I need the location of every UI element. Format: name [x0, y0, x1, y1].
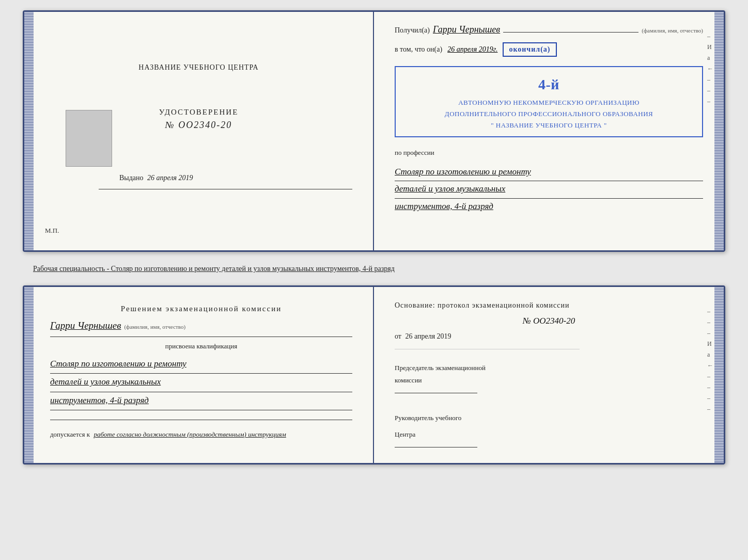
ot-label: от — [395, 332, 401, 340]
top-document: НАЗВАНИЕ УЧЕБНОГО ЦЕНТРА УДОСТОВЕРЕНИЕ №… — [23, 10, 725, 252]
predsedatel-signature — [395, 393, 477, 393]
udostoverenie-block: УДОСТОВЕРЕНИЕ № OO2340-20 — [159, 108, 239, 131]
poluchil-label: Получил(а) — [395, 26, 430, 35]
qual-line3: инструментов, 4-й разряд — [50, 392, 352, 410]
recipient-block: Получил(а) Гарри Чернышев (фамилия, имя,… — [395, 24, 703, 35]
recipient-name: Гарри Чернышев — [433, 24, 500, 35]
bottom-doc-left: Решением экзаменационной комиссии Гарри … — [24, 287, 374, 463]
po-professii: по профессии — [395, 149, 703, 157]
protocol-number: № OO2340-20 — [395, 316, 703, 326]
rukovoditel-line2: Центра — [395, 430, 703, 439]
rukovoditel-signature — [395, 447, 477, 447]
qualification-block: Столяр по изготовлению и ремонту деталей… — [50, 356, 352, 410]
profession-line3: инструментов, 4-й разряд — [395, 199, 703, 216]
udost-label: УДОСТОВЕРЕНИЕ — [159, 108, 239, 117]
stamp-line1: АВТОНОМНУЮ НЕКОММЕРЧЕСКУЮ ОРГАНИЗАЦИЮ — [404, 97, 694, 108]
year-big: 4-й — [404, 72, 694, 97]
rukovoditel-line1: Руководитель учебного — [395, 414, 703, 422]
bottom-document: Решением экзаменационной комиссии Гарри … — [23, 285, 725, 465]
resheniem-text: Решением экзаменационной комиссии — [121, 302, 282, 315]
applicant-name: Гарри Чернышев — [50, 320, 121, 331]
vtom-block: в том, что он(а) 26 апреля 2019г. окончи… — [395, 42, 703, 57]
left-title: НАЗВАНИЕ УЧЕБНОГО ЦЕНТРА — [138, 63, 258, 72]
profession-block: Столяр по изготовлению и ремонту деталей… — [395, 164, 703, 216]
vydano-line: Выдано 26 апреля 2019 — [119, 174, 373, 182]
predsedatel-line1: Председатель экзаменационной — [395, 364, 703, 372]
dopuskaetsya-line: допускается к работе согласно должностны… — [50, 430, 286, 439]
stamp-line3: " НАЗВАНИЕ УЧЕБНОГО ЦЕНТРА " — [404, 120, 694, 131]
rukovoditel-block: Руководитель учебного Центра — [395, 406, 703, 447]
fio-caption-top: (фамилия, имя, отчество) — [642, 27, 703, 34]
vydano-label: Выдано — [119, 174, 144, 182]
predsedatel-line2: комиссии — [395, 376, 703, 385]
profession-line1: Столяр по изготовлению и ремонту — [395, 164, 703, 182]
qual-line2: деталей и узлов музыкальных — [50, 374, 352, 392]
mp-label: М.П. — [45, 227, 59, 235]
right-binding-strip — [714, 12, 724, 250]
photo-placeholder — [66, 110, 112, 167]
stamp-block: 4-й АВТОНОМНУЮ НЕКОММЕРЧЕСКУЮ ОРГАНИЗАЦИ… — [395, 66, 703, 137]
ot-line: от 26 апреля 2019 — [395, 332, 703, 341]
vtom-label: в том, что он(а) — [395, 45, 442, 54]
stamp-line2: ДОПОЛНИТЕЛЬНОГО ПРОФЕССИОНАЛЬНОГО ОБРАЗО… — [404, 108, 694, 120]
dopuskaetsya-prefix: допускается к — [50, 430, 90, 438]
dopusk-value: работе согласно должностным (производств… — [93, 430, 286, 438]
bottom-fio-caption: (фамилия, имя, отчество) — [124, 324, 185, 330]
prisvoena-text: присвоена квалификация — [165, 342, 237, 350]
vtom-date: 26 апреля 2019г. — [447, 45, 497, 54]
qual-line1: Столяр по изготовлению и ремонту — [50, 356, 352, 374]
bottom-applicant-block: Гарри Чернышев (фамилия, имя, отчество) — [50, 320, 352, 331]
okonchil-badge: окончил(а) — [503, 42, 556, 57]
right-edge-labels: – И а ← – – – — [707, 33, 713, 105]
bottom-right-binding — [714, 287, 724, 463]
top-doc-left: НАЗВАНИЕ УЧЕБНОГО ЦЕНТРА УДОСТОВЕРЕНИЕ №… — [24, 12, 374, 250]
top-doc-right: Получил(а) Гарри Чернышев (фамилия, имя,… — [374, 12, 724, 250]
udost-number: № OO2340-20 — [165, 120, 232, 131]
ot-date: 26 апреля 2019 — [405, 332, 451, 340]
specialty-label: Рабочая специальность - Столяр по изгото… — [23, 260, 725, 277]
left-binding-strip — [24, 12, 34, 250]
predsedatel-block: Председатель экзаменационной комиссии — [395, 360, 703, 393]
bottom-left-binding — [24, 287, 34, 463]
bottom-right-edge-labels: – – – И а ← – – – – — [707, 308, 713, 413]
osnovanie-title: Основание: протокол экзаменационной коми… — [395, 301, 703, 310]
vydano-date: 26 апреля 2019 — [147, 174, 193, 182]
bottom-doc-right: Основание: протокол экзаменационной коми… — [374, 287, 724, 463]
profession-line2: деталей и узлов музыкальных — [395, 181, 703, 199]
